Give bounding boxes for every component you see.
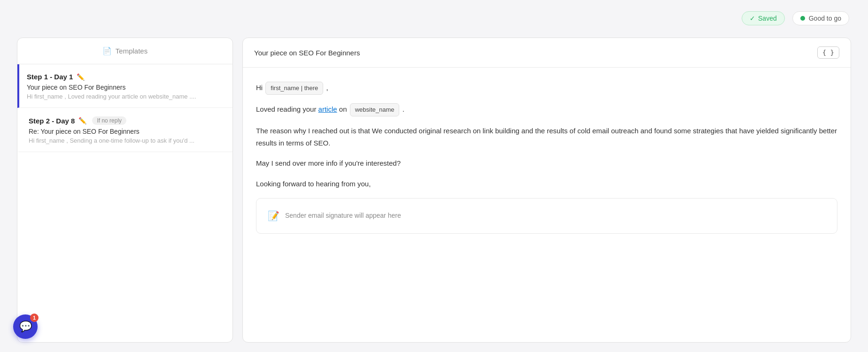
good-to-go-label: Good to go <box>809 15 841 22</box>
left-panel: 📄 Templates Step 1 - Day 1 ✏️ Your piece… <box>17 38 233 343</box>
paragraph3: Looking forward to hearing from you, <box>256 178 837 190</box>
saved-label: Saved <box>758 15 777 22</box>
paragraph2-text: May I send over more info if you're inte… <box>256 159 401 167</box>
first-name-variable[interactable]: first_name | there <box>265 82 323 95</box>
step2-preview: Hi first_name , Sending a one-time follo… <box>29 137 207 144</box>
step1-preview: Hi first_name , Loved reading your artic… <box>27 93 205 100</box>
chat-icon: 💬 <box>19 321 32 333</box>
right-panel: Your piece on SEO For Beginners { } Hi f… <box>242 38 851 343</box>
article-line: Loved reading your article on website_na… <box>256 103 837 116</box>
main-layout: 📄 Templates Step 1 - Day 1 ✏️ Your piece… <box>17 38 851 343</box>
chat-badge: 1 <box>30 314 39 322</box>
paragraph1-text: The reason why I reached out is that We … <box>256 127 837 147</box>
step-item-1[interactable]: Step 1 - Day 1 ✏️ Your piece on SEO For … <box>17 64 232 108</box>
good-to-go-badge: Good to go <box>792 11 849 25</box>
line1-prefix: Loved reading your <box>256 105 316 113</box>
step1-subject: Your piece on SEO For Beginners <box>27 84 223 91</box>
paragraph3-text: Looking forward to hearing from you, <box>256 180 371 188</box>
top-bar: ✓ Saved Good to go <box>742 11 849 25</box>
right-panel-header: Your piece on SEO For Beginners { } <box>243 38 851 68</box>
signature-icon: 📝 <box>268 208 279 224</box>
step2-title: Step 2 - Day 8 <box>29 117 75 125</box>
greeting-prefix: Hi <box>256 84 263 92</box>
templates-label: Templates <box>116 47 147 55</box>
saved-badge: ✓ Saved <box>742 11 785 25</box>
signature-label: Sender email signature will appear here <box>285 210 401 222</box>
step2-edit-icon[interactable]: ✏️ <box>78 117 86 124</box>
checkmark-icon: ✓ <box>750 15 755 22</box>
website-name-variable[interactable]: website_name <box>350 103 400 116</box>
curly-braces-button[interactable]: { } <box>817 46 839 59</box>
line1-middle: on <box>339 105 347 113</box>
step1-title: Step 1 - Day 1 <box>27 73 73 81</box>
line1-suffix: . <box>403 105 404 113</box>
greeting-line: Hi first_name | there , <box>256 82 837 95</box>
step-item-2[interactable]: Step 2 - Day 8 ✏️ If no reply Re: Your p… <box>17 108 232 152</box>
if-no-reply-badge: If no reply <box>92 116 126 125</box>
step2-header: Step 2 - Day 8 ✏️ If no reply <box>29 116 223 125</box>
paragraph1: The reason why I reached out is that We … <box>256 125 837 149</box>
step-list: Step 1 - Day 1 ✏️ Your piece on SEO For … <box>17 64 232 342</box>
step1-edit-icon[interactable]: ✏️ <box>77 73 85 81</box>
signature-box: 📝 Sender email signature will appear her… <box>256 198 837 234</box>
article-link[interactable]: article <box>318 105 337 113</box>
email-subject-title: Your piece on SEO For Beginners <box>254 49 360 57</box>
templates-header: 📄 Templates <box>17 38 232 64</box>
email-body: Hi first_name | there , Loved reading yo… <box>243 68 851 342</box>
step2-subject: Re: Your piece on SEO For Beginners <box>29 128 223 135</box>
templates-icon: 📄 <box>102 46 112 55</box>
paragraph2: May I send over more info if you're inte… <box>256 157 837 169</box>
step1-header: Step 1 - Day 1 ✏️ <box>27 73 223 81</box>
status-dot-icon <box>800 16 805 21</box>
greeting-suffix: , <box>326 84 328 92</box>
chat-button[interactable]: 💬 1 <box>13 314 38 339</box>
